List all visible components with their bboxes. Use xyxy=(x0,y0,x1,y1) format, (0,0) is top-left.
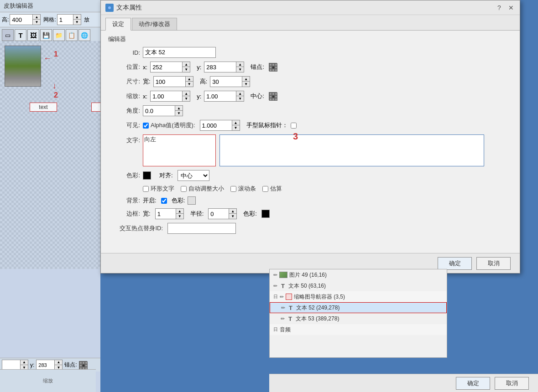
scale-y-spinner[interactable]: ▲ ▼ xyxy=(204,91,244,102)
height-input[interactable] xyxy=(10,14,32,25)
border-color-swatch[interactable] xyxy=(261,210,270,218)
border-radius-down[interactable]: ▼ xyxy=(229,214,236,219)
dialog-cancel-btn[interactable]: 取消 xyxy=(476,257,511,270)
anchor-grid[interactable] xyxy=(269,63,277,71)
pos-y-down[interactable]: ▼ xyxy=(236,67,244,72)
angle-down[interactable]: ▼ xyxy=(175,111,183,116)
width-up[interactable]: ▲ xyxy=(186,77,193,82)
layer-group-nav[interactable]: 日 ✏ 缩略图导航容器 (3,5) xyxy=(270,291,447,302)
width-down[interactable]: ▼ xyxy=(186,82,193,87)
alpha-spinner[interactable]: ▲ ▼ xyxy=(200,120,240,131)
save-tool[interactable]: 💾 xyxy=(40,29,52,41)
height-spinner-field[interactable]: ▲ ▼ xyxy=(210,76,250,87)
dialog-close-btn[interactable]: ✕ xyxy=(507,4,515,12)
border-width-input[interactable] xyxy=(155,208,176,219)
scale-x-up[interactable]: ▲ xyxy=(183,91,190,96)
height-down-btn[interactable]: ▼ xyxy=(33,20,40,25)
alpha-input[interactable] xyxy=(200,120,232,131)
scale-y-input[interactable] xyxy=(204,91,236,102)
canvas-area[interactable]: ← 1 ↓ 2 text text xyxy=(0,41,100,269)
align-dropdown[interactable]: 中心 左 右 xyxy=(178,170,209,181)
border-radius-spinner[interactable]: ▲ ▼ xyxy=(208,208,237,219)
anchor-grid-coords[interactable] xyxy=(79,361,87,369)
scale-y-up[interactable]: ▲ xyxy=(236,91,244,96)
tab-actions[interactable]: 动作/修改器 xyxy=(132,18,177,30)
pos-y-input[interactable] xyxy=(204,62,236,72)
border-radius-input[interactable] xyxy=(208,208,229,219)
layer-item-text53[interactable]: ✏ T 文本 53 (389,278) xyxy=(270,313,447,324)
scrollbar-label[interactable]: 滚动条 xyxy=(230,185,256,193)
width-spinner[interactable]: ▲ ▼ xyxy=(153,76,193,87)
y-up-btn[interactable]: ▲ xyxy=(55,360,62,365)
auto-size-label[interactable]: 自动调整大小 xyxy=(181,185,224,193)
pos-x-up[interactable]: ▲ xyxy=(183,62,190,67)
pos-x-spinner[interactable]: ▲ ▼ xyxy=(150,62,190,72)
height-spinner[interactable]: ▲ ▼ xyxy=(10,14,41,25)
alpha-up[interactable]: ▲ xyxy=(232,120,240,125)
estimate-label[interactable]: 估算 xyxy=(262,185,282,193)
border-width-spinner[interactable]: ▲ ▼ xyxy=(155,208,184,219)
x-up-btn[interactable]: ▲ xyxy=(21,360,28,365)
angle-spinner[interactable]: ▲ ▼ xyxy=(143,105,183,116)
pos-y-up[interactable]: ▲ xyxy=(236,62,244,67)
angle-input[interactable] xyxy=(143,105,175,116)
text-input-box[interactable] xyxy=(143,134,216,166)
text-value-input[interactable] xyxy=(144,136,208,143)
pos-x-input[interactable] xyxy=(150,62,182,72)
border-radius-up[interactable]: ▲ xyxy=(229,209,236,214)
image-tool[interactable]: 🖼 xyxy=(27,29,39,41)
pos-y-spinner[interactable]: ▲ ▼ xyxy=(204,62,244,72)
y-coord-spinner[interactable]: ▲ ▼ xyxy=(36,360,63,371)
text-box-2[interactable]: text xyxy=(91,103,100,112)
color-swatch[interactable] xyxy=(143,171,151,180)
scale-x-input[interactable] xyxy=(150,91,182,102)
border-width-up[interactable]: ▲ xyxy=(176,209,183,214)
hotspot-input[interactable] xyxy=(167,223,236,234)
width-input[interactable] xyxy=(153,76,185,87)
pos-x-down[interactable]: ▼ xyxy=(183,67,190,72)
bg-enabled-checkbox[interactable] xyxy=(161,198,167,204)
layer-item-image49[interactable]: ✏ 图片 49 (16,16) xyxy=(270,269,447,280)
layer-item-text50[interactable]: ✏ T 文本 50 (63,16) xyxy=(270,280,447,291)
visible-checkbox[interactable] xyxy=(143,123,149,129)
auto-size-checkbox[interactable] xyxy=(181,186,187,192)
grid-input[interactable] xyxy=(57,14,73,25)
folder-tool[interactable]: 📁 xyxy=(53,29,65,41)
text-box-1[interactable]: text xyxy=(30,103,57,112)
clipboard-tool[interactable]: 📋 xyxy=(66,29,78,41)
dialog-help-btn[interactable]: ? xyxy=(495,4,503,12)
height-up-btn[interactable]: ▲ xyxy=(33,15,40,20)
layer-item-text52[interactable]: ✏ T 文本 52 (249,278) xyxy=(270,302,447,313)
border-width-down[interactable]: ▼ xyxy=(176,214,183,219)
center-grid[interactable] xyxy=(269,92,277,100)
y-coord-input[interactable] xyxy=(36,360,54,371)
scrollbar-checkbox[interactable] xyxy=(230,186,236,192)
web-tool[interactable]: 🌐 xyxy=(78,29,90,41)
circular-text-label[interactable]: 环形文字 xyxy=(143,185,174,193)
bg-color-swatch[interactable] xyxy=(188,196,196,205)
height-field-input[interactable] xyxy=(210,76,242,87)
dialog-ok-btn[interactable]: 确定 xyxy=(438,257,472,270)
grid-up-btn[interactable]: ▲ xyxy=(73,15,81,20)
visible-checkbox-label[interactable]: Alpha值(透明度): xyxy=(143,121,195,129)
estimate-checkbox[interactable] xyxy=(262,186,268,192)
scale-x-spinner[interactable]: ▲ ▼ xyxy=(150,91,190,102)
main-cancel-btn[interactable]: 取消 xyxy=(495,377,529,390)
grid-down-btn[interactable]: ▼ xyxy=(73,20,81,25)
select-tool[interactable]: ▭ xyxy=(2,29,14,41)
hand-cursor-checkbox[interactable] xyxy=(291,123,297,129)
tab-settings[interactable]: 设定 xyxy=(105,18,131,31)
x-coord-input[interactable] xyxy=(2,360,20,371)
text-tool[interactable]: T xyxy=(15,29,26,41)
circular-text-checkbox[interactable] xyxy=(143,186,149,192)
grid-spinner[interactable]: ▲ ▼ xyxy=(57,14,81,25)
angle-up[interactable]: ▲ xyxy=(175,106,183,111)
id-input[interactable] xyxy=(143,47,216,58)
height-field-up[interactable]: ▲ xyxy=(242,77,250,82)
layer-group-audio[interactable]: 日 音频 xyxy=(270,324,447,335)
scale-x-down[interactable]: ▼ xyxy=(183,96,190,101)
bg-enabled-label[interactable] xyxy=(161,198,167,204)
text-region[interactable]: 3 xyxy=(219,134,484,166)
alpha-down[interactable]: ▼ xyxy=(232,125,240,130)
main-ok-btn[interactable]: 确定 xyxy=(456,377,490,390)
